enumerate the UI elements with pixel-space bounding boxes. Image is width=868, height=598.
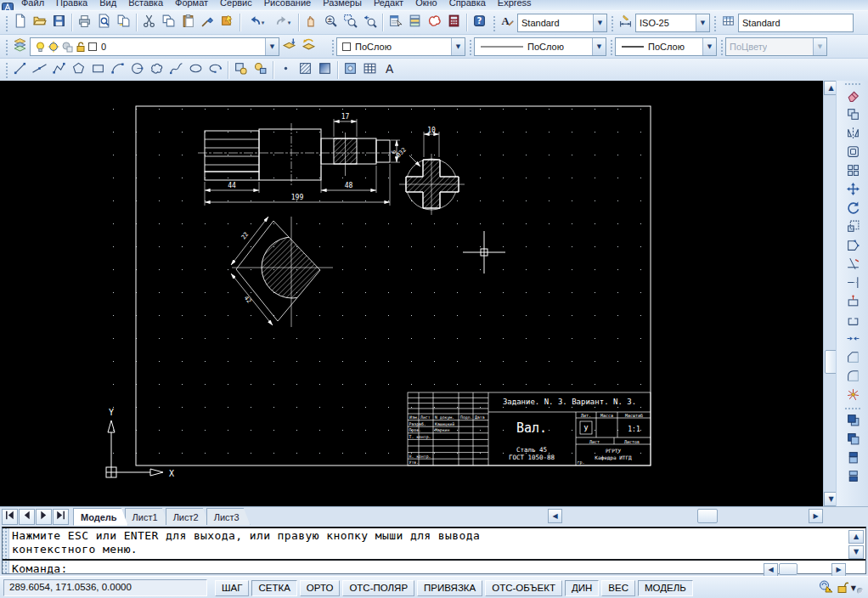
text-style-button[interactable]: A (498, 13, 517, 32)
tab-Лист3[interactable]: Лист3 (206, 508, 251, 526)
table-style-combo[interactable]: Standard (738, 14, 854, 32)
text-style-combo[interactable]: Standard ▼ (517, 14, 607, 32)
menu-Вид[interactable]: Вид (93, 0, 122, 9)
make-block-button[interactable] (251, 60, 270, 80)
command-horizontal-scrollbar[interactable]: ◀ ▶ (764, 563, 845, 576)
hatch-button[interactable] (296, 60, 315, 80)
rectangle-button[interactable] (88, 60, 108, 80)
dropdown-arrow-icon[interactable]: ▼ (592, 38, 606, 55)
break-at-point-button[interactable] (843, 293, 863, 312)
extend-button[interactable] (843, 274, 863, 293)
toggle-ОТС-ПОЛЯР[interactable]: ОТС-ПОЛЯР (342, 580, 414, 596)
pan-button[interactable] (302, 13, 321, 32)
linetype-combo[interactable]: ПоСлою ▼ (474, 37, 606, 56)
cut-button[interactable] (139, 13, 159, 32)
copy-object-button[interactable] (843, 106, 863, 125)
command-scroll-right-button[interactable]: ▶ (831, 563, 846, 577)
send-to-back-button[interactable] (843, 431, 863, 449)
toolbar-grip[interactable] (719, 38, 723, 55)
layer-manager-button[interactable] (10, 37, 30, 56)
join-button[interactable] (843, 330, 863, 349)
color-combo[interactable]: ПоСлою ▼ (336, 37, 465, 56)
ellipse-arc-button[interactable] (206, 60, 225, 80)
resize-grip[interactable] (857, 588, 863, 594)
toolbar-grip[interactable] (4, 14, 8, 31)
layer-vpfreeze-icon[interactable] (61, 41, 73, 53)
toggle-ПРИВЯЗКА[interactable]: ПРИВЯЗКА (417, 580, 482, 596)
toolbar-grip[interactable] (609, 38, 612, 55)
menu-Формат[interactable]: Формат (169, 0, 214, 9)
markup-button[interactable] (425, 13, 444, 32)
layer-lock-icon[interactable] (75, 41, 86, 53)
pline-button[interactable] (49, 60, 69, 80)
zoom-previous-button[interactable] (360, 13, 380, 32)
scroll-left-button[interactable]: ◀ (548, 509, 562, 523)
lineweight-combo[interactable]: ПоСлою ▼ (615, 37, 717, 56)
xline-button[interactable] (30, 60, 49, 80)
plot-button[interactable] (75, 13, 94, 32)
nav-next-button[interactable] (36, 509, 52, 525)
menu-Редакт[interactable]: Редакт (368, 0, 409, 9)
menu-Справка[interactable]: Справка (443, 0, 492, 9)
layer-combo[interactable]: 0 ▼ (30, 37, 279, 56)
polygon-button[interactable] (69, 60, 88, 80)
break-button[interactable] (843, 312, 863, 330)
command-history[interactable]: Нажмите ESC или ENTER для выхода, или пр… (12, 529, 843, 556)
toggle-ОРТО[interactable]: ОРТО (300, 580, 341, 596)
move-button[interactable] (843, 181, 863, 200)
command-panel[interactable]: Нажмите ESC или ENTER для выхода, или пр… (2, 527, 866, 574)
layer-on-icon[interactable] (35, 41, 46, 53)
command-scroll-left-button[interactable]: ◀ (764, 563, 778, 577)
spline-button[interactable] (166, 60, 186, 80)
point-button[interactable] (276, 60, 296, 80)
save-button[interactable] (49, 13, 69, 32)
nav-first-button[interactable] (2, 509, 18, 525)
command-hscroll-thumb[interactable] (779, 563, 798, 575)
dropdown-arrow-icon[interactable]: ▾ (262, 20, 265, 26)
scale-button[interactable] (843, 218, 863, 237)
preview-button[interactable] (94, 13, 114, 32)
toggle-ВЕС[interactable]: ВЕС (601, 580, 635, 596)
rotate-button[interactable] (843, 200, 863, 218)
send-under-button[interactable] (843, 468, 863, 487)
unlock-icon[interactable] (836, 580, 848, 597)
toolpalettes-button[interactable] (405, 13, 425, 32)
stretch-button[interactable] (843, 237, 863, 256)
toolbar-grip[interactable] (330, 38, 334, 55)
region-button[interactable] (341, 60, 360, 80)
menu-Сервис[interactable]: Сервис (214, 0, 258, 9)
menu-Окно[interactable]: Окно (409, 0, 443, 9)
menu-Express[interactable]: Express (492, 0, 538, 9)
ellipse-button[interactable] (186, 60, 206, 80)
mirror-button[interactable] (843, 125, 863, 144)
zoom-window-button[interactable] (341, 13, 360, 32)
tab-Лист1[interactable]: Лист1 (125, 508, 169, 526)
menu-Файл[interactable]: Файл (15, 0, 50, 9)
insert-block-button[interactable] (231, 60, 251, 80)
dropdown-arrow-icon[interactable]: ▼ (451, 38, 465, 55)
blockedit-button[interactable] (217, 13, 237, 32)
canvas-horizontal-scrollbar[interactable]: ◀ ▶ (548, 509, 821, 523)
copy-button[interactable] (159, 13, 178, 32)
toolbar-grip[interactable] (713, 14, 716, 31)
dropdown-arrow-icon[interactable]: ▼ (593, 14, 606, 31)
fillet-button[interactable] (843, 368, 863, 386)
table-button[interactable] (360, 60, 380, 80)
mtext-button[interactable]: A (380, 60, 399, 80)
circle-button[interactable] (127, 60, 147, 80)
toolbar-grip[interactable] (4, 61, 8, 78)
help-button[interactable]: ? (470, 13, 489, 32)
command-window-grip[interactable] (3, 528, 9, 573)
dim-style-combo[interactable]: ISO-25 ▼ (635, 14, 710, 32)
dim-style-button[interactable] (616, 13, 635, 32)
command-scroll-up-button[interactable]: ▲ (848, 530, 864, 544)
tab-Модель[interactable]: Модель (73, 508, 128, 526)
dropdown-arrow-icon[interactable]: ▼ (265, 38, 279, 55)
arc-button[interactable] (108, 60, 127, 80)
layer-previous-button[interactable] (299, 37, 318, 56)
publish-button[interactable] (114, 13, 133, 32)
dropdown-arrow-icon[interactable]: ▼ (702, 38, 716, 55)
paste-button[interactable] (178, 13, 198, 32)
toolbar-grip[interactable] (492, 14, 495, 31)
nav-last-button[interactable] (53, 509, 69, 525)
